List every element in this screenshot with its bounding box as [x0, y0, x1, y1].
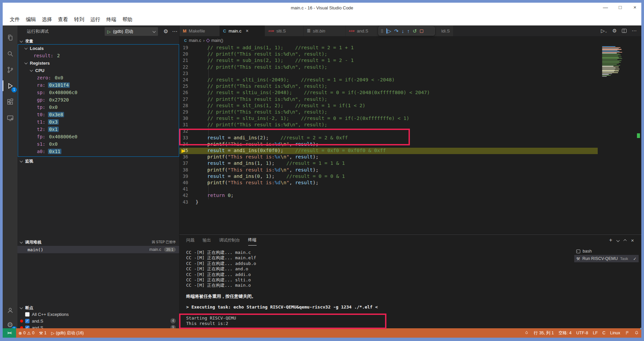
code-line-39[interactable]: 39 result = and_ins(0, 1); //result = 0 … — [179, 174, 598, 180]
breadcrumb-item[interactable]: main.c — [189, 38, 201, 43]
variable-row[interactable]: Registers — [18, 59, 179, 67]
tab-and.S[interactable]: ASMand.S — [345, 25, 378, 36]
debug-status[interactable]: ▷(gdb) 启动 (16) — [49, 328, 86, 338]
status-encoding[interactable]: UTF-8 — [574, 328, 590, 338]
menu-item-运行[interactable]: 运行 — [87, 15, 103, 24]
continue-button[interactable]: ▷ — [386, 28, 391, 33]
tab-slti.bin[interactable]: ☰slti.bin — [304, 25, 345, 36]
code-line-31[interactable]: 31 // printf("This result is:%d\n", resu… — [179, 122, 598, 128]
code-line-41[interactable]: 41 — [179, 186, 598, 193]
code-line-27[interactable]: 27 // printf("This result is:%d\n", resu… — [179, 96, 598, 103]
code-line-43[interactable]: 43} — [179, 199, 598, 206]
menu-item-编辑[interactable]: 编辑 — [23, 15, 39, 24]
variable-row[interactable]: result:2 — [18, 52, 179, 59]
variable-row[interactable]: CPU — [18, 67, 179, 74]
terminal-list-item[interactable]: ›bash — [574, 248, 639, 255]
step-out-button[interactable]: ↑ — [407, 28, 410, 33]
code-line-42[interactable]: 42 return 0; — [179, 193, 598, 199]
activity-item-search[interactable] — [3, 46, 17, 61]
panel-tab-问题[interactable]: 问题 — [186, 235, 195, 246]
code-line-21[interactable]: 21 // result = sub_ins(2, 1); //result =… — [179, 58, 598, 64]
variable-row[interactable]: fp:0x408006e0 — [18, 133, 179, 140]
panel-tab-调试控制台[interactable]: 调试控制台 — [219, 235, 240, 246]
settings-gear-icon[interactable]: ⚙ — [612, 28, 617, 34]
variables-section-header[interactable]: 变量 — [17, 38, 179, 45]
terminal-dropdown-icon[interactable] — [616, 238, 620, 242]
status-os[interactable]: Linux — [608, 328, 623, 338]
drag-grip-icon[interactable]: ⣿ — [381, 29, 383, 33]
tab-slti.S[interactable]: ASMslti.S — [265, 25, 304, 36]
code-line-29[interactable]: 29 // printf("This result is:%d\n", resu… — [179, 109, 598, 116]
variable-row[interactable]: t1:0x3 — [18, 118, 179, 126]
status-indentation[interactable]: 空格: 4 — [556, 328, 574, 338]
code-line-26[interactable]: 26 // result = sltiu_ins(-2048); //resul… — [179, 90, 598, 96]
code-line-37[interactable]: 37 result = and_ins(1, 1); //result = 1 … — [179, 160, 598, 167]
variable-row[interactable]: t0:0x3e8 — [18, 111, 179, 118]
menu-item-查看[interactable]: 查看 — [55, 15, 71, 24]
variable-row[interactable]: t2:0x1 — [18, 126, 179, 133]
code-line-25[interactable]: 25 // printf("This result is:%d\n", resu… — [179, 83, 598, 90]
code-line-30[interactable]: 30 // result = sltu_ins(-2, 1); //result… — [179, 116, 598, 122]
menu-item-选择[interactable]: 选择 — [39, 15, 55, 24]
more-actions-icon[interactable]: ⋯ — [172, 28, 177, 35]
breakpoint-row[interactable]: All C++ Exceptions — [17, 311, 179, 318]
breakpoints-section-header[interactable]: 断点 — [17, 304, 179, 312]
close-button[interactable]: × — [632, 4, 638, 10]
breakpoint-row[interactable]: and.S4 — [17, 318, 179, 324]
notifications-bell-icon[interactable] — [632, 328, 641, 338]
debug-settings-gear-icon[interactable]: ⚙ — [163, 28, 168, 35]
watch-section-header[interactable]: 监视 — [17, 157, 179, 165]
variable-row[interactable]: a0:0x11 — [18, 148, 179, 155]
menu-item-终端[interactable]: 终端 — [103, 15, 119, 24]
ports-status[interactable]: ⚒1 — [37, 328, 49, 338]
activity-item-run-and-debug[interactable]: 1 — [3, 78, 17, 93]
code-line-38[interactable]: 38 printf("This result is:%d\n", result)… — [179, 167, 598, 174]
activity-item-remote-explorer[interactable] — [3, 111, 17, 125]
problems-status[interactable]: ⊗0 ⚠0 — [16, 328, 37, 338]
variable-row[interactable]: tp:0x0 — [18, 104, 179, 111]
restart-button[interactable]: ↺ — [413, 28, 417, 33]
activity-item-explorer[interactable] — [3, 30, 17, 45]
activity-item-extensions[interactable] — [3, 94, 17, 109]
step-over-button[interactable]: ↷ — [394, 28, 399, 33]
breakpoint-checkbox[interactable] — [25, 312, 30, 317]
variable-row[interactable]: gp:0x27920 — [18, 96, 179, 104]
status-language-mode[interactable]: C — [600, 328, 608, 338]
flame-icon[interactable] — [522, 328, 531, 338]
minimize-button[interactable]: — — [602, 4, 608, 10]
run-debug-button[interactable]: ▷⌄ — [601, 28, 607, 34]
more-actions-icon[interactable]: ⋯ — [632, 28, 637, 34]
code-line-19[interactable]: 19 // result = add_ins(1, 1); //result =… — [179, 45, 598, 51]
variable-row[interactable]: sp:0x408006c0 — [18, 89, 179, 96]
terminal-list-item[interactable]: ⚒Run RISCV-QEMUTask✓ — [574, 255, 639, 262]
code-line-24[interactable]: 24 // result = slti_ins(-2049); //result… — [179, 77, 598, 83]
stop-button[interactable] — [420, 29, 423, 33]
variable-row[interactable]: zero:0x0 — [18, 74, 179, 81]
menu-item-文件[interactable]: 文件 — [7, 15, 23, 24]
tab-main.c[interactable]: Cmain.c× — [220, 25, 265, 36]
menu-item-转到[interactable]: 转到 — [71, 15, 87, 24]
step-into-button[interactable]: ↓ — [401, 28, 404, 33]
panel-tab-输出[interactable]: 输出 — [203, 235, 211, 246]
split-editor-icon[interactable] — [622, 29, 627, 33]
flag-icon[interactable] — [623, 328, 632, 338]
maximize-panel-icon[interactable] — [624, 239, 627, 242]
status-cursor-position[interactable]: 行 35, 列 1 — [531, 328, 556, 338]
code-line-36[interactable]: 36 printf("This result is:%x\n", result)… — [179, 154, 598, 160]
breadcrumb-item[interactable]: main() — [211, 38, 223, 43]
code-line-23[interactable]: 23 — [179, 71, 598, 77]
code-line-22[interactable]: 22 // printf("This result is:%d\n", resu… — [179, 64, 598, 71]
panel-tab-终端[interactable]: 终端 — [248, 235, 257, 246]
minimap[interactable] — [602, 46, 628, 77]
code-line-35[interactable]: 35 result = andi_ins(0xf0f0); //result =… — [179, 148, 598, 154]
variable-row[interactable]: Locals — [18, 45, 179, 52]
close-icon[interactable]: × — [246, 28, 249, 33]
debug-config-dropdown[interactable]: ▷ (gdb) 启动 — [105, 27, 158, 36]
new-terminal-icon[interactable]: + — [609, 237, 612, 243]
callstack-section-header[interactable]: 调用堆栈 因 STEP 已暂停 — [17, 238, 179, 246]
variable-row[interactable]: s1:0x0 — [18, 140, 179, 148]
status-eol[interactable]: LF — [590, 328, 600, 338]
activity-item-accounts[interactable] — [3, 303, 17, 318]
variable-row[interactable]: ra:0x101f4 — [18, 81, 179, 89]
code-line-40[interactable]: 40 printf("This result is:%d\n", result)… — [179, 180, 598, 186]
